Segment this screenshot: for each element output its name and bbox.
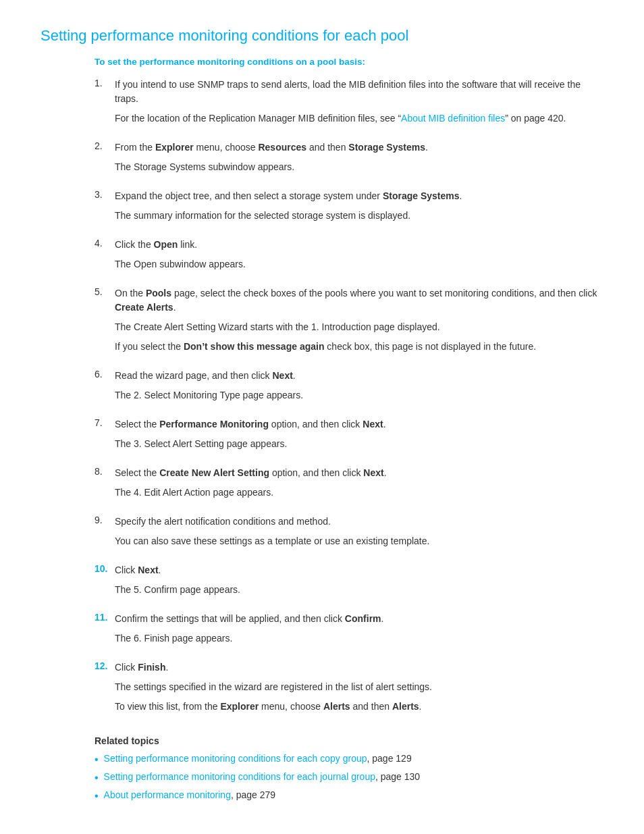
step-number-2: 2. [95,140,115,151]
step-number-9: 9. [95,515,115,525]
step-number-12: 12. [95,660,115,671]
step-9-main: Specify the alert notification condition… [115,515,603,529]
step-6: 6. Read the wizard page, and then click … [95,369,603,408]
step-10-note: The 5. Confirm page appears. [115,583,603,597]
related-topics-section: Related topics Setting performance monit… [95,735,603,803]
step-number-7: 7. [95,417,115,428]
step-6-main: Read the wizard page, and then click Nex… [115,369,603,383]
step-content-8: Select the Create New Alert Setting opti… [115,466,603,505]
step-3-main: Expand the object tree, and then select … [115,189,603,203]
step-10-main: Click Next. [115,563,603,577]
step-3-note: The summary information for the selected… [115,209,603,223]
step-number-8: 8. [95,466,115,477]
related-topics-title: Related topics [95,735,603,746]
related-topics-list: Setting performance monitoring condition… [95,753,603,803]
step-number-1: 1. [95,78,115,88]
step-number-6: 6. [95,369,115,380]
steps-container: 1. If you intend to use SNMP traps to se… [95,78,603,719]
step-content-12: Click Finish. The settings specified in … [115,660,603,719]
step-number-5: 5. [95,286,115,297]
step-7-main: Select the Performance Monitoring option… [115,417,603,432]
step-1-note: For the location of the Replication Mana… [115,111,603,126]
step-5-main: On the Pools page, select the check boxe… [115,286,603,315]
step-8-main: Select the Create New Alert Setting opti… [115,466,603,480]
step-12: 12. Click Finish. The settings specified… [95,660,603,719]
step-6-note: The 2. Select Monitoring Type page appea… [115,388,603,402]
step-8: 8. Select the Create New Alert Setting o… [95,466,603,505]
related-topic-item-2: Setting performance monitoring condition… [95,771,603,785]
mib-definition-link[interactable]: About MIB definition files [401,113,505,124]
step-content-5: On the Pools page, select the check boxe… [115,286,603,359]
step-12-note-2: To view this list, from the Explorer men… [115,700,603,714]
step-number-11: 11. [95,612,115,623]
step-number-4: 4. [95,238,115,249]
step-8-note: The 4. Edit Alert Action page appears. [115,486,603,500]
step-content-11: Confirm the settings that will be applie… [115,612,603,651]
step-content-1: If you intend to use SNMP traps to send … [115,78,603,131]
step-2: 2. From the Explorer menu, choose Resour… [95,140,603,180]
related-topic-link-3[interactable]: About performance monitoring [104,789,231,800]
related-topic-item-1: Setting performance monitoring condition… [95,753,603,767]
step-content-2: From the Explorer menu, choose Resources… [115,140,603,180]
step-2-note: The Storage Systems subwindow appears. [115,160,603,174]
step-1: 1. If you intend to use SNMP traps to se… [95,78,603,131]
step-5: 5. On the Pools page, select the check b… [95,286,603,359]
related-topic-suffix-2: , page 130 [375,771,420,782]
related-topic-suffix-3: , page 279 [231,789,275,800]
step-3: 3. Expand the object tree, and then sele… [95,189,603,228]
step-9-note: You can also save these settings as a te… [115,534,603,548]
step-7: 7. Select the Performance Monitoring opt… [95,417,603,457]
related-topic-link-2[interactable]: Setting performance monitoring condition… [104,771,375,782]
step-9: 9. Specify the alert notification condit… [95,515,603,554]
step-10: 10. Click Next. The 5. Confirm page appe… [95,563,603,602]
step-11-note: The 6. Finish page appears. [115,631,603,646]
step-11: 11. Confirm the settings that will be ap… [95,612,603,651]
related-topic-link-1[interactable]: Setting performance monitoring condition… [104,753,367,764]
step-number-10: 10. [95,563,115,574]
step-2-main: From the Explorer menu, choose Resources… [115,140,603,155]
step-content-7: Select the Performance Monitoring option… [115,417,603,457]
related-topic-suffix-1: , page 129 [367,753,412,764]
section-subtitle: To set the performance monitoring condit… [95,57,603,67]
step-content-4: Click the Open link. The Open subwindow … [115,238,603,277]
step-number-3: 3. [95,189,115,200]
step-4-main: Click the Open link. [115,238,603,252]
step-1-main: If you intend to use SNMP traps to send … [115,78,603,106]
step-11-main: Confirm the settings that will be applie… [115,612,603,626]
step-content-3: Expand the object tree, and then select … [115,189,603,228]
step-5-note-1: The Create Alert Setting Wizard starts w… [115,320,603,334]
step-content-6: Read the wizard page, and then click Nex… [115,369,603,408]
page-title: Setting performance monitoring condition… [41,27,603,45]
step-content-10: Click Next. The 5. Confirm page appears. [115,563,603,602]
step-12-note-1: The settings specified in the wizard are… [115,680,603,694]
step-4-note: The Open subwindow appears. [115,257,603,271]
step-12-main: Click Finish. [115,660,603,675]
step-5-note-2: If you select the Don’t show this messag… [115,340,603,354]
step-7-note: The 3. Select Alert Setting page appears… [115,437,603,451]
step-4: 4. Click the Open link. The Open subwind… [95,238,603,277]
related-topic-item-3: About performance monitoring, page 279 [95,789,603,804]
step-content-9: Specify the alert notification condition… [115,515,603,554]
